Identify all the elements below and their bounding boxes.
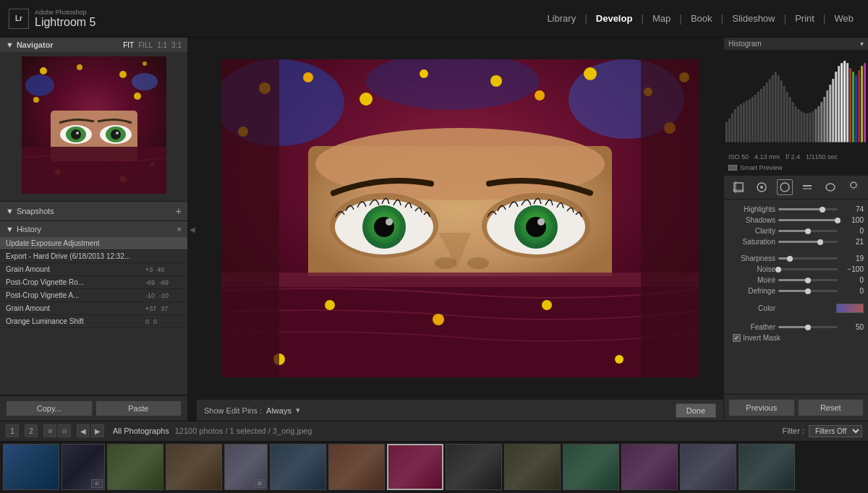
defringe-value: 0: [841, 287, 864, 295]
radial-filter-icon[interactable]: [822, 179, 838, 195]
history-item[interactable]: Export - Hard Drive (6/18/2013 12:32...: [0, 250, 187, 263]
filmstrip-thumb[interactable]: ⊞: [224, 444, 268, 490]
filmstrip-thumb[interactable]: [563, 444, 619, 490]
clarity-track[interactable]: [778, 230, 838, 232]
filmstrip-thumb[interactable]: [680, 444, 736, 490]
history-item[interactable]: Grain Amount +340: [0, 263, 187, 276]
history-item[interactable]: Orange Luminance Shift 00: [0, 315, 187, 328]
filter-select[interactable]: Filters Off: [809, 425, 862, 437]
highlights-track[interactable]: [778, 208, 838, 210]
svg-point-63: [542, 300, 552, 310]
svg-rect-117: [852, 72, 854, 142]
nav-develop[interactable]: Develop: [590, 10, 639, 27]
filmstrip-thumb[interactable]: [328, 444, 385, 490]
svg-point-4: [142, 61, 147, 66]
svg-rect-82: [752, 97, 754, 142]
noise-track[interactable]: [778, 268, 838, 270]
app-title-area: Adobe Photoshop Lightroom 5: [35, 9, 96, 29]
filmstrip-thumb[interactable]: [107, 444, 163, 490]
svg-point-10: [25, 74, 54, 96]
nav-web[interactable]: Web: [829, 10, 860, 27]
history-item[interactable]: Grain Amount +3737: [0, 302, 187, 315]
snapshots-add-button[interactable]: +: [176, 205, 182, 217]
collection-label: All Photographs: [113, 426, 169, 435]
crop-tool-icon[interactable]: [731, 179, 746, 195]
clarity-value: 0: [841, 227, 864, 235]
navigator-label: Navigator: [17, 40, 54, 49]
main-layout: ▼ Navigator FIT FILL 1:1 3:1: [0, 38, 868, 421]
adobe-label: Adobe Photoshop: [35, 9, 96, 16]
edit-pins-value[interactable]: Always: [266, 406, 292, 415]
filmstrip-thumb-active[interactable]: [387, 444, 443, 490]
edit-pins-dropdown-icon[interactable]: ▾: [296, 406, 300, 415]
filmstrip-thumb[interactable]: [3, 444, 59, 490]
history-item[interactable]: Update Exposure Adjustment: [0, 237, 187, 250]
paste-button[interactable]: Paste: [95, 400, 182, 416]
highlights-value: 74: [841, 205, 864, 213]
edit-pins-area: Show Edit Pins : Always ▾: [204, 406, 300, 415]
nav-map[interactable]: Map: [647, 10, 676, 27]
svg-rect-129: [803, 188, 812, 189]
filmstrip-thumb[interactable]: [166, 444, 222, 490]
history-close[interactable]: ×: [177, 225, 182, 233]
svg-rect-60: [221, 273, 699, 287]
svg-rect-97: [795, 106, 797, 142]
nav-slideshow[interactable]: Slideshow: [726, 10, 780, 27]
app-name: Lightroom 5: [35, 16, 96, 29]
svg-point-57: [386, 218, 393, 226]
snapshots-label: Snapshots: [17, 207, 54, 215]
color-swatch[interactable]: [836, 304, 864, 313]
defringe-track[interactable]: [778, 290, 838, 292]
grid-view-button[interactable]: ⊞: [43, 424, 56, 437]
prev-arrow[interactable]: ◀: [77, 424, 90, 437]
next-arrow[interactable]: ▶: [91, 424, 104, 437]
filmstrip-thumb[interactable]: [270, 444, 326, 490]
nav-library[interactable]: Library: [541, 10, 582, 27]
reset-button[interactable]: Reset: [798, 399, 864, 416]
invert-mask-checkbox[interactable]: ✓: [733, 334, 741, 342]
saturation-track[interactable]: [778, 241, 838, 243]
survey-view-button[interactable]: ⊟: [58, 424, 71, 437]
svg-rect-76: [734, 109, 736, 142]
filmstrip-thumb[interactable]: [739, 444, 795, 490]
red-eye-icon[interactable]: [777, 179, 793, 195]
adjustment-brush-icon[interactable]: [846, 179, 861, 195]
history-triangle: ▼: [6, 225, 14, 233]
svg-point-69: [467, 257, 489, 269]
invert-mask-label[interactable]: ✓ Invert Mask: [733, 334, 859, 342]
filmstrip-thumb[interactable]: [621, 444, 678, 490]
filmstrip-thumb[interactable]: ⊞: [61, 444, 105, 490]
previous-button[interactable]: Previous: [728, 399, 795, 416]
history-item[interactable]: Post-Crop Vignette Ro... -69-69: [0, 276, 187, 289]
zoom-fill[interactable]: FILL: [138, 41, 153, 49]
nav-print[interactable]: Print: [789, 10, 820, 27]
histogram-dropdown-icon[interactable]: ▾: [860, 40, 864, 48]
navigator-header[interactable]: ▼ Navigator FIT FILL 1:1 3:1: [0, 38, 187, 52]
done-button[interactable]: Done: [676, 403, 716, 418]
filmstrip-thumb[interactable]: [446, 444, 502, 490]
view-compare-button[interactable]: 2: [25, 424, 38, 437]
snapshots-header[interactable]: ▼ Snapshots +: [0, 202, 187, 220]
svg-point-1: [40, 67, 47, 74]
history-header[interactable]: ▼ History ×: [0, 221, 187, 237]
spot-removal-icon[interactable]: [754, 179, 770, 195]
zoom-1-1[interactable]: 1:1: [157, 41, 167, 49]
left-collapse-handle[interactable]: ◀: [188, 38, 197, 421]
svg-rect-81: [749, 99, 751, 142]
svg-point-62: [433, 314, 444, 325]
moire-track[interactable]: [778, 279, 838, 281]
copy-button[interactable]: Copy...: [6, 400, 93, 416]
shadows-track[interactable]: [778, 219, 838, 221]
sharpness-track[interactable]: [778, 257, 838, 260]
history-item[interactable]: Post-Crop Vignette A... -10-10: [0, 289, 187, 302]
svg-point-68: [435, 257, 456, 269]
view-single-button[interactable]: 1: [6, 424, 19, 437]
graduated-filter-icon[interactable]: [799, 179, 815, 195]
filmstrip-thumb[interactable]: [504, 444, 561, 490]
feather-track[interactable]: [778, 326, 838, 328]
nav-book[interactable]: Book: [685, 10, 718, 27]
zoom-3-1[interactable]: 3:1: [171, 41, 182, 49]
zoom-fit[interactable]: FIT: [123, 41, 134, 49]
moire-row: Moiré 0: [724, 275, 868, 286]
svg-point-29: [420, 69, 428, 78]
